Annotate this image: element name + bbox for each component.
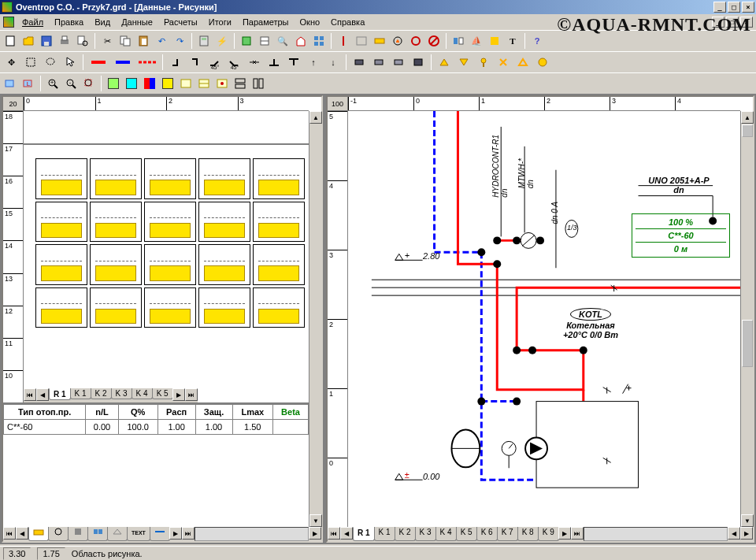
save-button[interactable]	[38, 32, 55, 50]
rtab-k5[interactable]: K 5	[456, 527, 477, 541]
circle-button[interactable]	[407, 32, 424, 50]
lasso-button[interactable]	[41, 54, 60, 71]
color-lime-button[interactable]	[105, 75, 122, 92]
right-scroll-h[interactable]	[584, 527, 728, 541]
cell-type[interactable]: C**-60	[4, 420, 86, 435]
scroll-thumb2[interactable]	[742, 320, 753, 367]
rtab-k1[interactable]: K 1	[374, 527, 395, 541]
zoom-fit-button[interactable]	[80, 75, 98, 92]
radiator-button[interactable]	[371, 32, 388, 50]
menu-window[interactable]: Окно	[295, 16, 325, 28]
tee-down-button[interactable]	[284, 54, 303, 71]
cell-beta[interactable]	[273, 420, 309, 435]
cell-nl[interactable]: 0.00	[86, 420, 119, 435]
tab-first-button[interactable]: ⏮	[24, 388, 36, 401]
minimize-button[interactable]: _	[713, 2, 726, 13]
redo-button[interactable]: ↷	[171, 32, 188, 50]
rtab-first-button[interactable]: ⏮	[328, 527, 340, 540]
find-button[interactable]: 🔍	[274, 32, 291, 50]
cell-lmax[interactable]: 1.50	[232, 420, 273, 435]
elbow-45-button[interactable]: 45°	[206, 54, 224, 71]
btab-icon-6[interactable]: TEXT	[127, 527, 150, 541]
right-canvas[interactable]: + ±	[348, 111, 740, 527]
line-red-button[interactable]	[87, 54, 110, 71]
rtab-k6[interactable]: K 6	[476, 527, 498, 541]
results-button[interactable]: ⚡	[213, 32, 231, 50]
menu-params[interactable]: Параметры	[238, 16, 294, 28]
rtab-r1[interactable]: R 1	[353, 527, 375, 541]
menu-totals[interactable]: Итоги	[204, 16, 236, 28]
tab-r1[interactable]: R 1	[49, 388, 71, 400]
btab-icon-7[interactable]	[150, 527, 170, 541]
tab-k5[interactable]: K 5	[152, 388, 173, 399]
radiator-thumb[interactable]	[253, 202, 305, 243]
scroll-up-button[interactable]: ▲	[309, 111, 322, 124]
tool-b-button[interactable]	[256, 32, 273, 50]
pipe-up-button[interactable]	[335, 32, 352, 50]
btab-last-button[interactable]: ⏭	[182, 527, 195, 540]
btab-prev-button[interactable]: ◀	[16, 527, 28, 540]
line-red-dash-button[interactable]	[135, 54, 159, 71]
radiator-thumb[interactable]	[144, 287, 196, 328]
col-q[interactable]: Q%	[118, 405, 158, 420]
cell-q[interactable]: 100.0	[118, 420, 158, 435]
text-button[interactable]: T	[504, 32, 521, 50]
split-h-button[interactable]	[232, 75, 249, 92]
valve-e-button[interactable]	[513, 54, 532, 71]
radiator-thumb[interactable]	[253, 158, 305, 199]
rtab-k7[interactable]: K 7	[497, 527, 518, 541]
tab-prev-button[interactable]: ◀	[36, 388, 49, 401]
split-v-button[interactable]	[250, 75, 267, 92]
undo-button[interactable]: ↶	[153, 32, 170, 50]
elbow-45b-button[interactable]: 45°	[225, 54, 244, 71]
menu-data[interactable]: Данные	[117, 16, 158, 28]
scroll-down-button[interactable]: ▼	[309, 514, 322, 527]
calculate-button[interactable]	[195, 32, 213, 50]
rscroll-down-button[interactable]: ▼	[741, 514, 754, 527]
building-button[interactable]	[292, 32, 309, 50]
chip-d-button[interactable]	[409, 54, 428, 71]
chip-c-button[interactable]	[389, 54, 408, 71]
radiator-thumb[interactable]	[253, 287, 305, 328]
btab-first-button[interactable]: ⏮	[3, 527, 16, 540]
radiator-thumb[interactable]	[90, 202, 142, 243]
tool-a-button[interactable]	[238, 32, 255, 50]
no-button[interactable]	[425, 32, 443, 50]
valve-b-button[interactable]	[454, 54, 473, 71]
rtab-k9[interactable]: K 9	[538, 527, 559, 541]
zoom-out-button[interactable]: -	[62, 75, 80, 92]
col-beta[interactable]: Beta	[273, 405, 309, 420]
btab-icon-3[interactable]	[68, 527, 88, 541]
radiator-thumb[interactable]	[90, 244, 142, 285]
close-button[interactable]: ×	[742, 2, 754, 13]
radiator-thumb[interactable]	[144, 202, 196, 243]
sailboat-icon[interactable]: ⛵	[468, 32, 485, 50]
maximize-button[interactable]: □	[728, 2, 740, 13]
color-yellow-button[interactable]	[159, 75, 176, 92]
rtab-k3[interactable]: K 3	[415, 527, 436, 541]
radiator-thumb[interactable]	[198, 287, 250, 328]
btab-icon-5[interactable]	[107, 527, 128, 541]
boiler-button[interactable]	[389, 32, 406, 50]
elbow-down-button[interactable]	[186, 54, 205, 71]
scroll-thumb[interactable]	[742, 124, 753, 137]
btab-next-button[interactable]: ▶	[169, 527, 182, 540]
cell-rasp[interactable]: 1.00	[158, 420, 195, 435]
btab-icon-2[interactable]	[48, 527, 69, 541]
open-button[interactable]	[20, 32, 37, 50]
scroll-right-button[interactable]: ▶	[309, 527, 321, 540]
col-lmax[interactable]: Lmax	[232, 405, 273, 420]
elbow-up-button[interactable]	[166, 54, 185, 71]
room-button[interactable]	[486, 32, 503, 50]
menu-calc[interactable]: Расчеты	[159, 16, 202, 28]
menu-view[interactable]: Вид	[90, 16, 115, 28]
tab-k1[interactable]: K 1	[70, 388, 91, 399]
help-button[interactable]: ?	[528, 32, 546, 50]
col-nl[interactable]: n/L	[86, 405, 119, 420]
paste-button[interactable]	[135, 32, 152, 50]
rtab-k2[interactable]: K 2	[395, 527, 416, 541]
line-blue-button[interactable]	[111, 54, 135, 71]
tab-k4[interactable]: K 4	[132, 388, 153, 399]
radiator-thumb[interactable]	[253, 244, 305, 285]
radiator-thumb[interactable]	[35, 287, 87, 328]
